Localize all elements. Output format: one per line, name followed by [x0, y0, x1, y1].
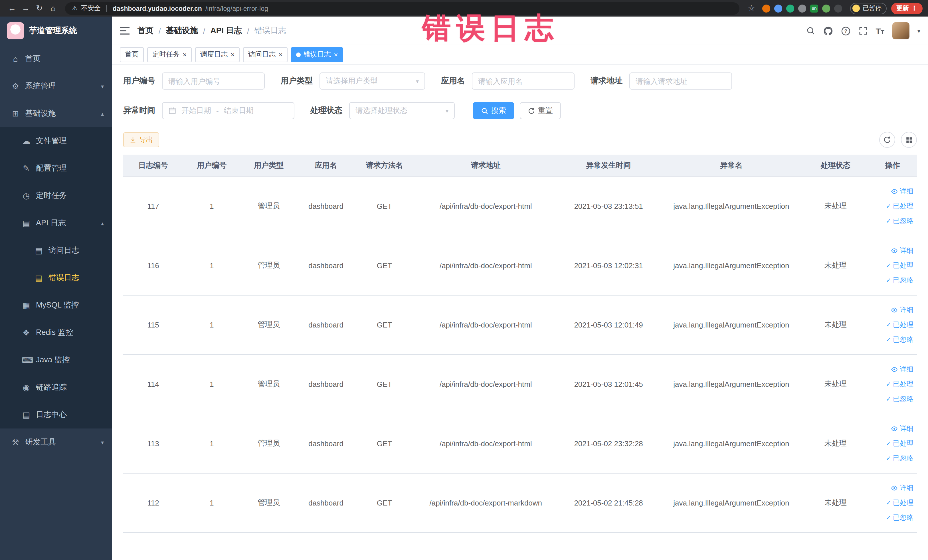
- sidebar-item-job[interactable]: ◷定时任务: [0, 182, 112, 209]
- chevron-down-icon: ▾: [446, 108, 449, 114]
- column-header: 用户编号: [183, 155, 240, 176]
- sidebar-item-dev-tools[interactable]: ⚒研发工具▾: [0, 429, 112, 456]
- address-bar[interactable]: ⚠ 不安全 dashboard.yudao.iocoder.cn/infra/l…: [65, 2, 739, 15]
- close-icon[interactable]: ×: [183, 51, 186, 58]
- help-icon[interactable]: ?: [841, 26, 850, 36]
- cell-user_id: 1: [183, 473, 240, 533]
- github-icon[interactable]: [823, 26, 833, 36]
- trace-icon: ◉: [22, 383, 31, 392]
- font-size-icon[interactable]: TT: [876, 26, 884, 36]
- processed-link[interactable]: ✓已处理: [886, 438, 913, 448]
- cell-user_id: 1: [183, 414, 240, 473]
- sidebar-item-config[interactable]: ✎配置管理: [0, 155, 112, 182]
- ignored-link[interactable]: ✓已忽略: [886, 394, 913, 404]
- avatar-chevron-down-icon[interactable]: ▾: [917, 27, 920, 34]
- eye-icon: [891, 484, 898, 491]
- close-icon[interactable]: ×: [230, 51, 235, 58]
- sidebar-item-api-log[interactable]: ▤API 日志▴: [0, 209, 112, 237]
- reload-icon[interactable]: ↻: [33, 0, 46, 17]
- sidebar-item-label: 配置管理: [36, 163, 112, 174]
- browser-menu-kebab-icon[interactable]: ⋮: [911, 5, 917, 12]
- paused-badge[interactable]: 已暂停: [850, 3, 887, 14]
- detail-link[interactable]: 详细: [891, 483, 913, 493]
- forward-icon[interactable]: →: [20, 0, 32, 17]
- ignored-link[interactable]: ✓已忽略: [886, 335, 913, 344]
- tab-访问日志[interactable]: 访问日志×: [243, 47, 288, 62]
- breadcrumb-item[interactable]: API 日志: [211, 26, 242, 36]
- sidebar-item-error-log[interactable]: ▤错误日志: [0, 264, 112, 291]
- tab-错误日志[interactable]: 错误日志×: [291, 47, 343, 62]
- detail-link[interactable]: 详细: [891, 186, 913, 196]
- extension-leaf-icon[interactable]: [822, 4, 830, 12]
- detail-link[interactable]: 详细: [891, 424, 913, 433]
- detail-link[interactable]: 详细: [891, 305, 913, 315]
- processed-link[interactable]: ✓已处理: [886, 379, 913, 389]
- sidebar-toggle-icon[interactable]: [120, 27, 130, 35]
- sidebar-item-home[interactable]: ⌂首页: [0, 45, 112, 72]
- fullscreen-icon[interactable]: [858, 26, 867, 35]
- sidebar-menu: ⌂首页⚙系统管理▾⊞基础设施▴☁文件管理✎配置管理◷定时任务▤API 日志▴▤访…: [0, 45, 112, 560]
- app-name-input[interactable]: [472, 72, 575, 90]
- date-separator: -: [216, 107, 219, 115]
- tab-首页[interactable]: 首页: [120, 47, 144, 62]
- detail-link[interactable]: 详细: [891, 246, 913, 255]
- main-area: 首页/基础设施/API 日志/错误日志 ? TT ▾ 首页定时任务×调度日志×访…: [112, 17, 928, 560]
- search-icon[interactable]: [806, 26, 815, 35]
- bookmark-star-icon[interactable]: ☆: [745, 0, 758, 17]
- column-settings-button[interactable]: [901, 132, 917, 148]
- sidebar-item-trace[interactable]: ◉链路追踪: [0, 374, 112, 401]
- extension-green-icon[interactable]: [786, 4, 794, 12]
- refresh-button[interactable]: [879, 132, 895, 148]
- detail-link[interactable]: 详细: [891, 364, 913, 374]
- ignored-link[interactable]: ✓已忽略: [886, 216, 913, 226]
- ignored-link[interactable]: ✓已忽略: [886, 453, 913, 463]
- cell-status: 未处理: [803, 295, 868, 354]
- extension-orange-icon[interactable]: [762, 4, 770, 12]
- sidebar-item-access-log[interactable]: ▤访问日志: [0, 237, 112, 264]
- tab-调度日志[interactable]: 调度日志×: [195, 47, 240, 62]
- cell-app_name: dashboard: [297, 414, 354, 473]
- date-range-picker[interactable]: 开始日期 - 结束日期: [162, 102, 295, 119]
- extensions-area: on: [762, 4, 842, 12]
- extension-on-badge[interactable]: on: [810, 4, 818, 12]
- url-path: /infra/log/api-error-log: [205, 5, 268, 12]
- sidebar-item-mysql[interactable]: ▦MySQL 监控: [0, 291, 112, 319]
- processed-link[interactable]: ✓已处理: [886, 201, 913, 211]
- breadcrumb-item[interactable]: 基础设施: [166, 26, 198, 36]
- close-icon[interactable]: ×: [334, 51, 338, 58]
- process-status-select[interactable]: 请选择处理状态 ▾: [349, 102, 455, 119]
- breadcrumb-item[interactable]: 首页: [137, 26, 154, 36]
- user-id-input[interactable]: [162, 72, 265, 90]
- ignored-link[interactable]: ✓已忽略: [886, 275, 913, 285]
- search-button[interactable]: 搜索: [473, 102, 514, 119]
- sidebar-item-system[interactable]: ⚙系统管理▾: [0, 72, 112, 100]
- user-type-select[interactable]: 请选择用户类型 ▾: [319, 72, 425, 90]
- sidebar-item-redis[interactable]: ❖Redis 监控: [0, 319, 112, 346]
- sidebar-item-java[interactable]: ⌨Java 监控: [0, 346, 112, 374]
- cell-operations: 详细✓已处理✓已忽略: [868, 354, 917, 414]
- processed-link[interactable]: ✓已处理: [886, 261, 913, 270]
- reset-button[interactable]: 重置: [520, 102, 561, 119]
- ignored-link[interactable]: ✓已忽略: [886, 513, 913, 522]
- request-url-input[interactable]: [629, 72, 732, 90]
- filter-row-1: 用户编号 用户类型 请选择用户类型 ▾ 应用名 请求地址: [123, 72, 917, 90]
- cell-user_id: 1: [183, 236, 240, 295]
- close-icon[interactable]: ×: [278, 51, 282, 58]
- processed-link[interactable]: ✓已处理: [886, 498, 913, 508]
- export-button[interactable]: 导出: [123, 132, 159, 147]
- sidebar-item-infra[interactable]: ⊞基础设施▴: [0, 100, 112, 127]
- check-icon: ✓: [886, 262, 891, 269]
- update-button[interactable]: 更新 ⋮: [891, 3, 923, 14]
- processed-link[interactable]: ✓已处理: [886, 320, 913, 330]
- sidebar-item-file[interactable]: ☁文件管理: [0, 127, 112, 155]
- back-icon[interactable]: ←: [6, 0, 18, 17]
- tab-定时任务[interactable]: 定时任务×: [147, 47, 192, 62]
- user-avatar[interactable]: [892, 22, 910, 40]
- breadcrumb-item[interactable]: 错误日志: [255, 26, 286, 36]
- browser-home-icon[interactable]: ⌂: [47, 0, 60, 17]
- sidebar-item-log-center[interactable]: ▤日志中心: [0, 401, 112, 429]
- extension-blue-icon[interactable]: [774, 4, 782, 12]
- cell-exception: java.lang.IllegalArgumentException: [660, 473, 803, 533]
- extension-dark-icon[interactable]: [834, 4, 842, 12]
- extension-grid-icon[interactable]: [798, 4, 806, 12]
